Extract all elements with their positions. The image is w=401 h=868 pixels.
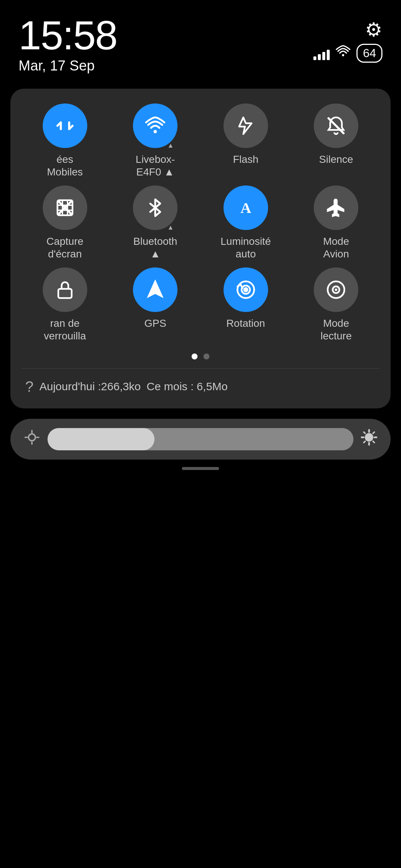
qs-circle-rotation xyxy=(224,267,268,312)
qs-circle-silence xyxy=(314,103,358,148)
qs-label-rotation: Rotation xyxy=(226,317,265,330)
status-right-row: 64 xyxy=(313,44,382,63)
qs-circle-donnees-mobiles xyxy=(43,103,87,148)
qs-label-capture: Capture d'écran xyxy=(39,235,91,260)
svg-line-29 xyxy=(364,441,365,443)
qs-label-silence: Silence xyxy=(319,153,353,166)
svg-point-1 xyxy=(154,130,157,133)
svg-point-22 xyxy=(366,434,372,440)
svg-point-0 xyxy=(342,54,344,56)
qs-circle-gps xyxy=(133,267,177,312)
svg-line-27 xyxy=(364,432,365,433)
qs-label-mode-lecture: Mode lecture xyxy=(310,317,362,342)
settings-icon[interactable]: ⚙ xyxy=(365,19,382,41)
data-usage-month: Ce mois : 6,5Mo xyxy=(147,380,228,393)
brightness-slider-row[interactable] xyxy=(10,419,391,460)
brightness-fill xyxy=(48,428,154,450)
drag-handle xyxy=(182,467,219,470)
signal-icon xyxy=(313,47,330,60)
qs-label-bluetooth: Bluetooth ▲ xyxy=(129,235,181,260)
qs-circle-bluetooth xyxy=(133,185,177,230)
brightness-low-icon xyxy=(24,429,40,449)
qs-item-luminosite[interactable]: A Luminosité auto xyxy=(202,185,289,260)
svg-point-13 xyxy=(243,287,248,293)
svg-point-17 xyxy=(29,434,35,440)
qs-item-wifi[interactable]: Livebox-E4F0 ▲ xyxy=(112,103,199,178)
brightness-high-icon xyxy=(361,429,377,449)
qs-circle-capture xyxy=(43,185,87,230)
qs-circle-flash xyxy=(224,103,268,148)
svg-rect-11 xyxy=(58,289,72,298)
date: Mar, 17 Sep xyxy=(19,58,117,74)
dot-2 xyxy=(203,354,209,359)
qs-item-gps[interactable]: GPS xyxy=(112,267,199,342)
qs-item-mode-avion[interactable]: Mode Avion xyxy=(293,185,380,260)
status-bar: 15:58 Mar, 17 Sep ⚙ xyxy=(0,0,401,78)
qs-item-bluetooth[interactable]: Bluetooth ▲ xyxy=(112,185,199,260)
qs-label-donnees-mobiles: ées Mobiles xyxy=(39,153,91,178)
qs-item-donnees-mobiles[interactable]: ées Mobiles xyxy=(22,103,108,178)
qs-item-ecran-verrou[interactable]: ran de verrouilla xyxy=(22,267,108,342)
qs-item-rotation[interactable]: Rotation xyxy=(202,267,289,342)
qs-label-mode-avion: Mode Avion xyxy=(310,235,362,260)
qs-label-ecran-verrou: ran de verrouilla xyxy=(39,317,91,342)
clock: 15:58 xyxy=(19,15,117,56)
data-usage-icon: ? xyxy=(25,378,33,395)
status-icons: ⚙ 64 xyxy=(313,15,382,63)
battery-level: 64 xyxy=(363,46,376,60)
svg-line-30 xyxy=(373,432,374,433)
qs-item-mode-lecture[interactable]: Mode lecture xyxy=(293,267,380,342)
dot-1 xyxy=(192,354,198,359)
page-dots xyxy=(22,354,379,359)
quick-settings-panel: ées Mobiles Livebox-E4F0 ▲ Flash xyxy=(10,89,391,408)
time-block: 15:58 Mar, 17 Sep xyxy=(19,15,117,74)
qs-label-wifi: Livebox-E4F0 ▲ xyxy=(129,153,181,178)
qs-circle-luminosite: A xyxy=(224,185,268,230)
svg-line-28 xyxy=(373,441,374,443)
svg-text:A: A xyxy=(240,200,251,216)
battery-indicator: 64 xyxy=(356,44,382,63)
qs-label-luminosite: Luminosité auto xyxy=(220,235,272,260)
qs-circle-ecran-verrou xyxy=(43,267,87,312)
wifi-status-icon xyxy=(336,45,351,62)
quick-settings-grid: ées Mobiles Livebox-E4F0 ▲ Flash xyxy=(22,103,379,342)
qs-label-flash: Flash xyxy=(233,153,258,166)
qs-circle-wifi xyxy=(133,103,177,148)
qs-item-flash[interactable]: Flash xyxy=(202,103,289,178)
qs-circle-mode-avion xyxy=(314,185,358,230)
svg-point-16 xyxy=(335,289,338,291)
data-usage-today: Aujourd'hui :266,3ko xyxy=(39,380,141,393)
qs-item-capture[interactable]: Capture d'écran xyxy=(22,185,108,260)
brightness-track[interactable] xyxy=(48,428,353,450)
qs-item-silence[interactable]: Silence xyxy=(293,103,380,178)
qs-circle-mode-lecture xyxy=(314,267,358,312)
data-usage-row: ? Aujourd'hui :266,3ko Ce mois : 6,5Mo xyxy=(22,368,379,395)
qs-label-gps: GPS xyxy=(144,317,166,330)
